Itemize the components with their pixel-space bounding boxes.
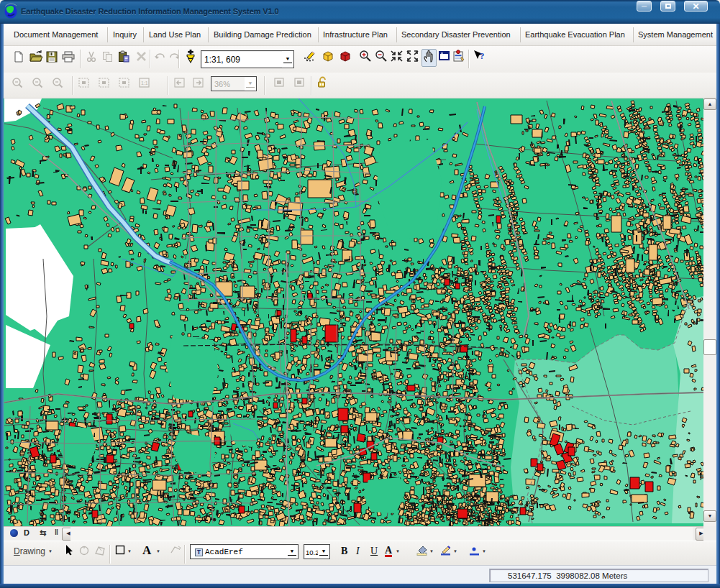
svg-text:?: ? <box>480 50 485 61</box>
svg-text:1:1: 1:1 <box>141 81 148 86</box>
